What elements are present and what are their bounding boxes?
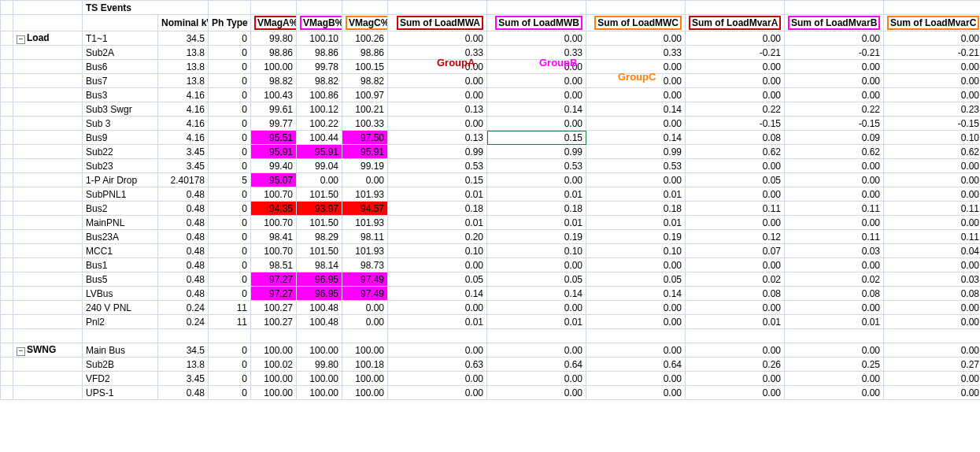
cell-mvb[interactable]: 0.00 — [785, 173, 884, 187]
cell-mvb[interactable]: 0.08 — [785, 287, 884, 301]
row-name[interactable]: MainPNL — [83, 216, 158, 230]
cell-vc[interactable]: 100.33 — [342, 117, 388, 131]
cell-mwa[interactable]: 0.15 — [388, 173, 487, 187]
category-cell[interactable] — [13, 216, 83, 230]
table-row[interactable]: Bus713.8098.8298.8298.820.000.000.000.00… — [1, 74, 981, 88]
cell-va[interactable]: 98.82 — [251, 74, 297, 88]
table-row[interactable]: Sub 34.16099.77100.22100.330.000.000.00-… — [1, 117, 981, 131]
cell-mvc[interactable]: 0.00 — [884, 386, 981, 400]
category-cell[interactable] — [13, 372, 83, 386]
row-name[interactable]: LVBus — [83, 287, 158, 301]
row-name[interactable]: Sub2B — [83, 358, 158, 372]
group-col[interactable] — [1, 187, 13, 202]
cell-mwc[interactable]: 0.00 — [586, 258, 686, 272]
cell-mwb[interactable]: 0.00 — [487, 372, 586, 386]
cell-mwb[interactable]: 0.00 — [487, 343, 586, 358]
table-row[interactable]: −SWNGMain Bus34.50100.00100.00100.000.00… — [1, 343, 981, 358]
row-name[interactable]: Sub 3 — [83, 117, 158, 131]
cell-vc[interactable]: 100.15 — [342, 60, 388, 74]
cell-va[interactable]: 100.00 — [251, 343, 297, 358]
cell-phtype[interactable]: 0 — [209, 159, 251, 173]
cell-va[interactable]: 100.27 — [251, 301, 297, 315]
group-col[interactable] — [1, 202, 13, 216]
group-col[interactable] — [1, 159, 13, 173]
cell-mwc[interactable]: 0.00 — [586, 60, 686, 74]
cell-nominal[interactable]: 0.48 — [158, 230, 209, 244]
cell-phtype[interactable]: 0 — [209, 216, 251, 230]
cell-mva[interactable]: 0.00 — [686, 372, 785, 386]
cell-mwa[interactable]: 0.00 — [388, 301, 487, 315]
cell-mvc[interactable]: 0.11 — [884, 202, 981, 216]
cell-vc[interactable]: 0.00 — [342, 173, 388, 187]
data-grid[interactable]: TS Events Nominal kV Ph Type VMagA% VMag… — [0, 0, 980, 400]
cell-mwc[interactable]: 0.00 — [586, 343, 686, 358]
cell-phtype[interactable]: 0 — [209, 187, 251, 202]
table-row[interactable]: Sub3 Swgr4.16099.61100.12100.210.130.140… — [1, 102, 981, 117]
category-cell[interactable] — [13, 301, 83, 315]
row-name[interactable]: MCC1 — [83, 244, 158, 258]
cell-mvb[interactable]: 0.09 — [785, 131, 884, 145]
table-row[interactable]: Sub2B13.80100.0299.80100.180.630.640.640… — [1, 358, 981, 372]
table-row[interactable]: MainPNL0.480100.70101.50101.930.010.010.… — [1, 216, 981, 230]
cell-mwa[interactable]: 0.00 — [388, 258, 487, 272]
cell-mwa[interactable]: 0.13 — [388, 102, 487, 117]
cell-mwb[interactable]: 0.15 — [487, 131, 586, 145]
cell-mwa[interactable]: 0.01 — [388, 187, 487, 202]
col-ph-type[interactable]: Ph Type — [209, 15, 251, 31]
cell-mvc[interactable]: 0.00 — [884, 60, 981, 74]
cell-nominal[interactable]: 0.48 — [158, 258, 209, 272]
cell-mvb[interactable]: -0.15 — [785, 117, 884, 131]
cell-va[interactable]: 100.27 — [251, 315, 297, 329]
cell-mva[interactable]: 0.00 — [686, 31, 785, 46]
table-row[interactable]: LVBus0.48097.2796.9597.490.140.140.140.0… — [1, 287, 981, 301]
cell-mwb[interactable]: 0.01 — [487, 216, 586, 230]
cell-vc[interactable]: 94.57 — [342, 202, 388, 216]
cell-mvb[interactable]: 0.00 — [785, 386, 884, 400]
cell-mvb[interactable]: 0.00 — [785, 187, 884, 202]
cell-mwc[interactable]: 0.10 — [586, 244, 686, 258]
col-loadmwa[interactable]: Sum of LoadMWA — [388, 15, 487, 31]
row-name[interactable]: Main Bus — [83, 343, 158, 358]
cell-vc[interactable]: 97.49 — [342, 287, 388, 301]
cell-phtype[interactable]: 0 — [209, 74, 251, 88]
row-name[interactable]: Bus9 — [83, 131, 158, 145]
cell-phtype[interactable]: 0 — [209, 102, 251, 117]
cell-mwc[interactable]: 0.05 — [586, 272, 686, 287]
group-col[interactable] — [1, 31, 13, 46]
group-col[interactable] — [1, 358, 13, 372]
cell-phtype[interactable]: 0 — [209, 358, 251, 372]
table-row[interactable]: −LoadT1~134.5099.80100.10100.260.000.000… — [1, 31, 981, 46]
cell-mvb[interactable]: 0.00 — [785, 88, 884, 102]
cell-mva[interactable]: 0.00 — [686, 216, 785, 230]
category-cell[interactable] — [13, 386, 83, 400]
cell-vc[interactable]: 98.11 — [342, 230, 388, 244]
category-cell[interactable] — [13, 117, 83, 131]
cell-va[interactable]: 99.40 — [251, 159, 297, 173]
table-row[interactable]: Bus23A0.48098.4198.2998.110.200.190.190.… — [1, 230, 981, 244]
category-cell[interactable] — [13, 272, 83, 287]
cell-vc[interactable]: 101.93 — [342, 187, 388, 202]
cell-mvb[interactable]: 0.00 — [785, 159, 884, 173]
col-loadmvarc[interactable]: Sum of LoadMvarC — [884, 15, 981, 31]
cell-nominal[interactable]: 13.8 — [158, 358, 209, 372]
cell-mva[interactable]: 0.08 — [686, 287, 785, 301]
cell-mvc[interactable]: 0.10 — [884, 131, 981, 145]
group-col[interactable] — [1, 287, 13, 301]
category-cell[interactable] — [13, 173, 83, 187]
cell-mwc[interactable]: 0.19 — [586, 230, 686, 244]
col-vmagc[interactable]: VMagC% — [342, 15, 388, 31]
category-cell[interactable] — [13, 131, 83, 145]
cell-mwb[interactable]: 0.00 — [487, 74, 586, 88]
table-row[interactable]: Bus34.160100.43100.86100.970.000.000.000… — [1, 88, 981, 102]
cell-va[interactable]: 100.70 — [251, 244, 297, 258]
cell-mvb[interactable]: 0.00 — [785, 343, 884, 358]
cell-mwb[interactable]: 0.00 — [487, 31, 586, 46]
cell-mwa[interactable]: 0.63 — [388, 358, 487, 372]
category-cell[interactable]: −Load — [13, 31, 83, 46]
cell-vb[interactable]: 100.12 — [297, 102, 342, 117]
cell-mwa[interactable]: 0.10 — [388, 244, 487, 258]
cell-mva[interactable]: 0.00 — [686, 301, 785, 315]
cell-nominal[interactable]: 13.8 — [158, 74, 209, 88]
cell-va[interactable]: 100.70 — [251, 187, 297, 202]
cell-phtype[interactable]: 5 — [209, 173, 251, 187]
